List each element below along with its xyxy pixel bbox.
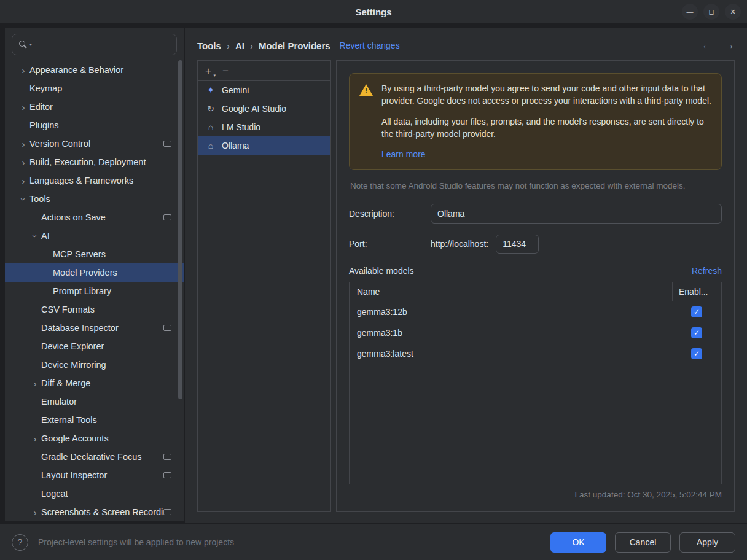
chevron-right-icon[interactable]: › bbox=[29, 434, 41, 444]
add-dropdown-caret-icon: ▾ bbox=[213, 73, 216, 77]
maximize-icon[interactable]: ◻ bbox=[703, 4, 719, 20]
sidebar-item-plugins[interactable]: Plugins bbox=[5, 116, 184, 134]
port-label: Port: bbox=[349, 239, 431, 249]
sidebar-item-database-inspector[interactable]: Database Inspector bbox=[5, 319, 184, 337]
available-models-label: Available models bbox=[349, 266, 414, 276]
sidebar-item-build-execution-deployment[interactable]: ›Build, Execution, Deployment bbox=[5, 153, 184, 171]
enabled-checkbox[interactable]: ✓ bbox=[691, 327, 702, 338]
sidebar-item-label: Logcat bbox=[41, 489, 68, 499]
sidebar-item-device-explorer[interactable]: Device Explorer bbox=[5, 337, 184, 356]
back-arrow-icon[interactable]: ← bbox=[702, 39, 712, 52]
provider-item-gemini[interactable]: ✦Gemini bbox=[198, 81, 330, 99]
providers-toolbar: + ▾ − bbox=[198, 61, 330, 81]
sidebar-item-prompt-library[interactable]: Prompt Library bbox=[5, 282, 184, 300]
sidebar-item-logcat[interactable]: Logcat bbox=[5, 484, 184, 503]
enabled-checkbox[interactable]: ✓ bbox=[691, 306, 702, 317]
learn-more-link[interactable]: Learn more bbox=[381, 149, 426, 159]
sidebar-item-languages-frameworks[interactable]: ›Languages & Frameworks bbox=[5, 171, 184, 190]
chevron-right-icon[interactable]: › bbox=[17, 157, 29, 168]
description-field[interactable] bbox=[431, 204, 722, 224]
chevron-right-icon[interactable]: › bbox=[17, 102, 29, 112]
add-provider-button[interactable]: + ▾ bbox=[205, 66, 211, 76]
sidebar-item-label: AI bbox=[41, 231, 50, 241]
models-table: Name Enabl... gemma3:12b✓gemma3:1b✓gemma… bbox=[349, 282, 722, 485]
apply-button[interactable]: Apply bbox=[679, 532, 735, 553]
sidebar-item-label: Diff & Merge bbox=[41, 378, 90, 388]
sidebar-item-label: Actions on Save bbox=[41, 212, 106, 222]
provider-item-label: Gemini bbox=[222, 85, 249, 95]
sidebar-item-keymap[interactable]: Keymap bbox=[5, 79, 184, 98]
remove-provider-button[interactable]: − bbox=[222, 66, 229, 76]
chevron-right-icon[interactable]: › bbox=[17, 176, 29, 186]
panels-row: + ▾ − ✦Gemini↻Google AI Studio⌂LM Studio… bbox=[197, 60, 735, 512]
provider-item-google-ai-studio[interactable]: ↻Google AI Studio bbox=[198, 99, 330, 118]
per-project-settings-icon bbox=[163, 509, 171, 515]
breadcrumb-tools[interactable]: Tools bbox=[197, 41, 221, 51]
breadcrumb-model-providers[interactable]: Model Providers bbox=[259, 41, 330, 51]
sidebar-item-csv-formats[interactable]: CSV Formats bbox=[5, 300, 184, 319]
search-input[interactable] bbox=[37, 40, 170, 50]
per-project-settings-icon bbox=[163, 472, 171, 478]
provider-item-lm-studio[interactable]: ⌂LM Studio bbox=[198, 118, 330, 136]
sidebar-item-label: Keymap bbox=[29, 84, 62, 93]
enabled-checkbox[interactable]: ✓ bbox=[691, 348, 702, 359]
chevron-down-icon[interactable]: › bbox=[30, 230, 41, 242]
sidebar-item-mcp-servers[interactable]: MCP Servers bbox=[5, 245, 184, 263]
per-project-settings-icon bbox=[163, 141, 171, 147]
forward-arrow-icon[interactable]: → bbox=[724, 39, 735, 52]
chevron-right-icon[interactable]: › bbox=[29, 378, 41, 389]
cancel-button[interactable]: Cancel bbox=[615, 532, 671, 553]
sidebar-item-label: Layout Inspector bbox=[41, 470, 107, 480]
sidebar-item-device-mirroring[interactable]: Device Mirroring bbox=[5, 356, 184, 374]
sidebar-item-external-tools[interactable]: External Tools bbox=[5, 411, 184, 429]
sidebar-item-ai[interactable]: ›AI bbox=[5, 227, 184, 245]
sidebar-item-layout-inspector[interactable]: Layout Inspector bbox=[5, 466, 184, 484]
settings-sidebar: ▾ ›Appearance & BehaviorKeymap›EditorPlu… bbox=[5, 28, 184, 521]
refresh-link[interactable]: Refresh bbox=[692, 266, 722, 276]
close-icon[interactable]: ✕ bbox=[725, 4, 741, 20]
sidebar-item-version-control[interactable]: ›Version Control bbox=[5, 134, 184, 153]
models-table-body: gemma3:12b✓gemma3:1b✓gemma3:latest✓ bbox=[350, 301, 721, 364]
sidebar-scrollbar[interactable] bbox=[178, 60, 182, 399]
model-name: gemma3:1b bbox=[350, 328, 672, 338]
provider-list: ✦Gemini↻Google AI Studio⌂LM Studio⌂Ollam… bbox=[198, 81, 330, 155]
model-enabled-cell: ✓ bbox=[672, 348, 721, 359]
revert-changes-link[interactable]: Revert changes bbox=[340, 41, 400, 50]
chevron-right-icon[interactable]: › bbox=[29, 507, 41, 518]
sidebar-item-tools[interactable]: ›Tools bbox=[5, 190, 184, 208]
providers-panel: + ▾ − ✦Gemini↻Google AI Studio⌂LM Studio… bbox=[197, 60, 331, 512]
sidebar-item-appearance-behavior[interactable]: ›Appearance & Behavior bbox=[5, 61, 184, 79]
sidebar-item-google-accounts[interactable]: ›Google Accounts bbox=[5, 429, 184, 448]
warning-text: By using a third-party model you agree t… bbox=[381, 83, 711, 159]
search-options-caret-icon[interactable]: ▾ bbox=[29, 42, 32, 47]
sidebar-item-label: Build, Execution, Deployment bbox=[29, 157, 146, 167]
breadcrumb-separator-icon: › bbox=[227, 41, 230, 51]
main-panel: Tools › AI › Model Providers Revert chan… bbox=[185, 28, 747, 523]
chevron-down-icon[interactable]: › bbox=[18, 193, 29, 205]
help-icon[interactable]: ? bbox=[12, 534, 28, 551]
breadcrumb-ai[interactable]: AI bbox=[235, 41, 244, 51]
warning-paragraph: All data, including your files, prompts,… bbox=[381, 116, 711, 141]
ok-button[interactable]: OK bbox=[550, 532, 606, 553]
minimize-icon[interactable]: — bbox=[682, 4, 698, 20]
provider-detail-panel: ! By using a third-party model you agree… bbox=[336, 60, 735, 512]
chevron-right-icon[interactable]: › bbox=[17, 65, 29, 76]
model-row-gemma3-latest: gemma3:latest✓ bbox=[350, 343, 721, 364]
sidebar-item-gradle-declarative-focus[interactable]: Gradle Declarative Focus bbox=[5, 448, 184, 466]
window-controls: — ◻ ✕ bbox=[682, 4, 741, 20]
sidebar-item-label: External Tools bbox=[41, 415, 97, 425]
sidebar-item-model-providers[interactable]: Model Providers bbox=[5, 263, 184, 282]
sidebar-item-diff-merge[interactable]: ›Diff & Merge bbox=[5, 374, 184, 392]
per-project-settings-icon bbox=[163, 454, 171, 460]
sidebar-item-emulator[interactable]: Emulator bbox=[5, 392, 184, 411]
description-label: Description: bbox=[349, 209, 431, 219]
search-box[interactable]: ▾ bbox=[12, 34, 177, 55]
sidebar-item-actions-on-save[interactable]: Actions on Save bbox=[5, 208, 184, 227]
port-field[interactable] bbox=[496, 235, 539, 254]
sidebar-item-label: Version Control bbox=[29, 139, 90, 149]
breadcrumb-separator-icon: › bbox=[250, 41, 253, 51]
sidebar-item-screenshots-screen-recordi[interactable]: ›Screenshots & Screen Recordi bbox=[5, 503, 184, 521]
sidebar-item-editor[interactable]: ›Editor bbox=[5, 98, 184, 116]
provider-item-ollama[interactable]: ⌂Ollama bbox=[198, 136, 330, 155]
chevron-right-icon[interactable]: › bbox=[17, 139, 29, 149]
